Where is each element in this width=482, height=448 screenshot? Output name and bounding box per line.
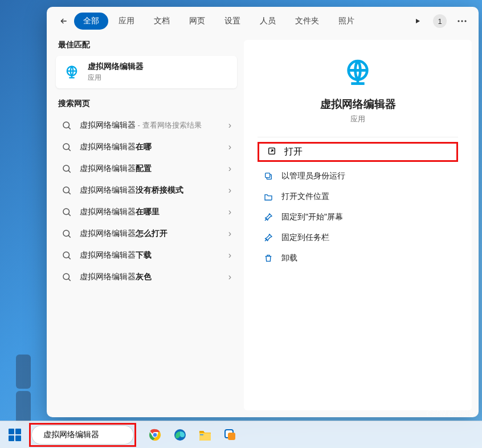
web-result-label: 虚拟网络编辑器在哪里 — [80, 207, 220, 217]
action-pin[interactable]: 固定到"开始"屏幕 — [258, 207, 458, 227]
chevron-right-icon: › — [228, 142, 231, 152]
filter-tabs: 全部应用文档网页设置人员文件夹照片 — [74, 13, 408, 30]
svg-point-10 — [63, 252, 70, 258]
action-shield[interactable]: 以管理员身份运行 — [258, 166, 458, 186]
web-search-heading: 搜索网页 — [54, 99, 239, 115]
file-explorer-app[interactable] — [197, 427, 213, 443]
edge-app[interactable] — [172, 427, 188, 443]
web-result-label: 虚拟网络编辑器怎么打开 — [80, 229, 220, 239]
web-result-item[interactable]: 虚拟网络编辑器没有桥接模式› — [54, 180, 239, 201]
detail-sub: 应用 — [350, 114, 365, 124]
chevron-right-icon: › — [228, 272, 231, 282]
vmware-app[interactable] — [222, 427, 238, 443]
filter-tab-7[interactable]: 照片 — [329, 13, 363, 30]
play-icon — [414, 18, 421, 25]
action-trash[interactable]: 卸载 — [258, 249, 458, 268]
search-icon — [62, 250, 72, 260]
action-label: 固定到任务栏 — [281, 233, 329, 243]
web-result-item[interactable]: 虚拟网络编辑器在哪› — [54, 136, 239, 158]
web-result-item[interactable]: 虚拟网络编辑器配置› — [54, 158, 239, 180]
svg-point-11 — [63, 274, 70, 280]
search-icon — [62, 229, 72, 239]
result-count-badge: 1 — [433, 14, 447, 28]
chevron-right-icon: › — [228, 250, 231, 260]
action-list: 打开以管理员身份运行打开文件位置固定到"开始"屏幕固定到任务栏卸载 — [258, 142, 458, 268]
svg-rect-22 — [200, 434, 203, 435]
best-match-title: 虚拟网络编辑器 — [88, 62, 144, 72]
globe-icon — [63, 63, 81, 82]
svg-rect-14 — [265, 173, 270, 178]
windows-logo-icon — [9, 429, 21, 441]
back-button[interactable] — [56, 13, 72, 29]
filter-tab-6[interactable]: 文件夹 — [286, 13, 328, 30]
action-label: 打开文件位置 — [281, 192, 329, 202]
edge-icon — [173, 428, 187, 442]
open-icon — [267, 146, 276, 158]
action-open[interactable]: 打开 — [258, 142, 458, 162]
svg-point-5 — [63, 144, 70, 150]
chevron-right-icon: › — [228, 185, 231, 196]
ellipsis-icon — [458, 20, 467, 22]
search-icon — [62, 142, 72, 152]
detail-title: 虚拟网络编辑器 — [320, 97, 396, 112]
search-icon — [62, 164, 72, 174]
svg-point-8 — [63, 209, 70, 215]
action-label: 固定到"开始"屏幕 — [281, 212, 343, 222]
action-label: 打开 — [284, 146, 303, 158]
more-options-button[interactable] — [455, 14, 469, 28]
web-result-item[interactable]: 虚拟网络编辑器灰色› — [54, 266, 239, 288]
filter-tab-2[interactable]: 文档 — [145, 13, 179, 30]
detail-hero: 虚拟网络编辑器 应用 — [258, 51, 458, 124]
taskbar-search[interactable] — [31, 425, 134, 445]
svg-point-9 — [63, 230, 70, 237]
best-match-item[interactable]: 虚拟网络编辑器 应用 — [56, 56, 237, 88]
filter-tab-0[interactable]: 全部 — [74, 13, 108, 30]
watermark-text: CSDN @咕咕咕 — [426, 409, 475, 418]
shield-icon — [263, 171, 273, 181]
action-pin[interactable]: 固定到任务栏 — [258, 228, 458, 247]
chrome-icon — [148, 428, 162, 442]
filter-tab-1[interactable]: 应用 — [109, 13, 144, 30]
action-label: 卸载 — [281, 253, 297, 263]
search-icon — [62, 120, 72, 131]
web-result-item[interactable]: 虚拟网络编辑器在哪里› — [54, 201, 239, 223]
chevron-right-icon: › — [228, 207, 231, 217]
chevron-right-icon: › — [228, 164, 231, 174]
svg-point-4 — [63, 122, 70, 128]
search-panel: 全部应用文档网页设置人员文件夹照片 1 最佳匹配 虚拟网络编辑器 应用 — [47, 7, 479, 417]
taskbar — [0, 421, 482, 448]
svg-point-7 — [63, 187, 70, 193]
action-folder[interactable]: 打开文件位置 — [258, 187, 458, 206]
preview-play-button[interactable] — [410, 14, 425, 28]
svg-point-1 — [461, 20, 463, 22]
svg-point-2 — [464, 20, 466, 22]
chrome-app[interactable] — [147, 427, 163, 443]
web-result-label: 虚拟网络编辑器在哪 — [80, 142, 220, 152]
search-icon — [62, 207, 72, 217]
search-icon — [62, 272, 72, 282]
folder-icon — [198, 429, 212, 441]
web-result-label: 虚拟网络编辑器没有桥接模式 — [80, 185, 220, 196]
best-match-sub: 应用 — [88, 73, 144, 83]
svg-rect-24 — [228, 433, 235, 440]
web-result-item[interactable]: 虚拟网络编辑器 - 查看网络搜索结果› — [54, 115, 239, 136]
filter-tab-4[interactable]: 设置 — [215, 13, 250, 30]
start-button[interactable] — [6, 426, 24, 444]
web-result-label: 虚拟网络编辑器灰色 — [80, 272, 220, 282]
chevron-right-icon: › — [228, 120, 231, 131]
panel-header: 全部应用文档网页设置人员文件夹照片 1 — [47, 7, 479, 40]
web-result-item[interactable]: 虚拟网络编辑器怎么打开› — [54, 223, 239, 245]
best-match-heading: 最佳匹配 — [54, 40, 239, 56]
action-label: 以管理员身份运行 — [281, 171, 345, 181]
filter-tab-5[interactable]: 人员 — [251, 13, 285, 30]
web-result-item[interactable]: 虚拟网络编辑器下载› — [54, 245, 239, 266]
web-result-label: 虚拟网络编辑器 - 查看网络搜索结果 — [80, 120, 220, 131]
search-icon — [62, 185, 72, 196]
detail-pane: 虚拟网络编辑器 应用 打开以管理员身份运行打开文件位置固定到"开始"屏幕固定到任… — [244, 40, 472, 410]
taskbar-search-input[interactable] — [43, 430, 143, 439]
chevron-right-icon: › — [228, 229, 231, 239]
filter-tab-3[interactable]: 网页 — [180, 13, 214, 30]
web-result-list: 虚拟网络编辑器 - 查看网络搜索结果›虚拟网络编辑器在哪›虚拟网络编辑器配置›虚… — [54, 115, 239, 288]
svg-point-6 — [63, 165, 70, 172]
results-column: 最佳匹配 虚拟网络编辑器 应用 搜索网页 虚拟网络编辑器 - 查看网络搜索结果›… — [54, 40, 239, 410]
